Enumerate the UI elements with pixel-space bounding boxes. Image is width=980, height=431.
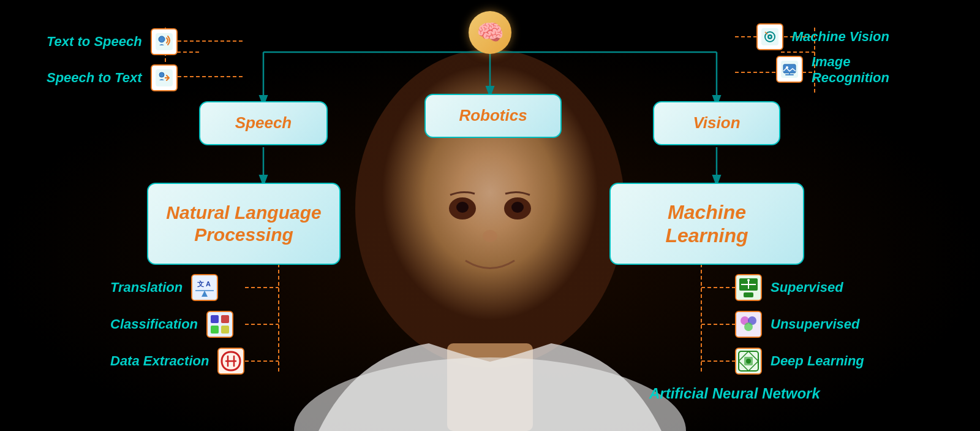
nlp-node: Natural LanguageProcessing [147,183,341,265]
data-extraction-label: Data Extraction [110,348,244,375]
svg-rect-52 [211,315,219,323]
machine-vision-icon [756,23,783,50]
unsupervised-icon [735,311,762,338]
svg-point-34 [159,36,165,42]
translation-label: 文 A Translation [110,274,218,301]
classification-label: Classification [110,311,233,338]
svg-point-41 [769,36,771,38]
svg-point-61 [747,279,750,281]
unsupervised-label: Unsupervised [735,311,860,338]
svg-rect-35 [156,69,173,86]
speech-to-text-label: Speech to Text [47,64,178,91]
translation-icon: 文 A [191,274,218,301]
brain-icon: 🧠 [469,11,511,54]
deep-learning-label: Deep Learning [735,348,864,375]
svg-text:A: A [206,280,211,288]
svg-text:文: 文 [197,280,204,288]
classification-icon [206,311,233,338]
text-to-speech-label: Text to Speech [47,28,178,55]
svg-rect-54 [211,326,219,334]
image-recognition-icon [776,56,803,83]
svg-rect-55 [221,326,229,334]
supervised-label: Supervised [735,274,843,301]
svg-point-70 [746,359,751,364]
text-to-speech-icon [151,28,178,55]
supervised-icon [735,274,762,301]
speech-to-text-icon [151,64,178,91]
svg-point-36 [159,72,164,77]
svg-rect-53 [221,315,229,323]
speech-node: Speech [199,101,328,145]
ann-label: Artificial Neural Network [649,385,820,402]
robotics-node: Robotics [424,94,562,138]
deep-learning-icon [735,348,762,375]
ml-node: MachineLearning [609,183,804,265]
image-recognition-label: ImageRecognition [776,54,889,86]
data-extraction-icon [217,348,244,375]
machine-vision-label: Machine Vision [756,23,889,50]
svg-point-66 [744,322,753,331]
svg-rect-62 [744,292,753,297]
vision-node: Vision [653,101,780,145]
svg-rect-46 [785,74,794,75]
